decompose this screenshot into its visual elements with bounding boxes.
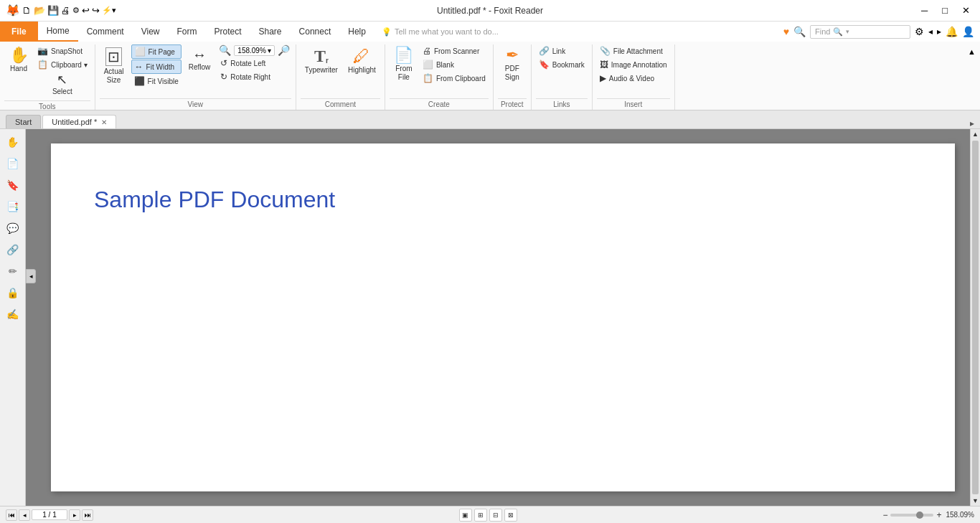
actual-size-button[interactable]: ⊡ ActualSize bbox=[100, 44, 128, 88]
menu-view[interactable]: View bbox=[133, 22, 169, 42]
reflow-button[interactable]: ↔ Reflow bbox=[184, 44, 215, 75]
scroll-up-button[interactable]: ▲ bbox=[971, 129, 980, 139]
zoom-out-button[interactable]: 🔍 bbox=[217, 44, 232, 56]
zoom-minus-button[interactable]: − bbox=[882, 510, 887, 520]
sidebar-links-button[interactable]: 🔗 bbox=[3, 240, 23, 260]
favorites-icon[interactable]: ♥ bbox=[783, 26, 789, 37]
new-icon[interactable]: 🗋 bbox=[22, 5, 32, 16]
blank-button[interactable]: ⬜ Blank bbox=[420, 58, 489, 71]
fit-width-label: Fit Width bbox=[146, 63, 174, 71]
sidebar-edit-button[interactable]: ✏ bbox=[3, 261, 23, 281]
prev-page-button[interactable]: ◂ bbox=[19, 509, 30, 521]
file-menu[interactable]: File bbox=[0, 22, 38, 42]
user-icon[interactable]: 👤 bbox=[962, 26, 974, 37]
file-attachment-button[interactable]: 📎 File Attachment bbox=[597, 44, 670, 57]
continuous-view-button[interactable]: ⊞ bbox=[474, 509, 487, 522]
sidebar-bookmarks-button[interactable]: 🔖 bbox=[3, 175, 23, 195]
sidebar-lock-button[interactable]: 🔒 bbox=[3, 283, 23, 303]
ribbon-collapse[interactable]: ▲ bbox=[963, 44, 980, 110]
from-file-button[interactable]: 📄 FromFile bbox=[390, 44, 418, 85]
bookmark-button[interactable]: 🔖 Bookmark bbox=[536, 58, 588, 71]
sidebar-sign-button[interactable]: ✍ bbox=[3, 304, 23, 324]
single-page-view-button[interactable]: ▣ bbox=[459, 509, 472, 522]
tab-untitled[interactable]: Untitled.pdf * ✕ bbox=[42, 115, 116, 128]
right-scrollbar[interactable]: ▲ ▼ bbox=[970, 129, 980, 506]
audio-video-label: Audio & Video bbox=[609, 75, 654, 83]
sidebar-pages-button[interactable]: 📄 bbox=[3, 154, 23, 174]
tab-scroll-right[interactable]: ▸ bbox=[964, 118, 980, 128]
view-col1: ⬜ Fit Page ↔ Fit Width ⬛ Fit Visible bbox=[131, 44, 182, 88]
pdf-area[interactable]: ▲ ▼ Sample PDF Document bbox=[26, 129, 980, 506]
sidebar-layers-button[interactable]: 📑 bbox=[3, 197, 23, 217]
snapshot-icon: 📷 bbox=[37, 46, 48, 56]
select-button[interactable]: ↖ Select bbox=[34, 72, 90, 98]
search-expand-icon[interactable]: ▾ bbox=[846, 28, 849, 35]
hand-button[interactable]: ✋ Hand bbox=[4, 44, 33, 76]
tell-me-text[interactable]: Tell me what you want to do... bbox=[395, 27, 499, 36]
undo-icon[interactable]: ↩ bbox=[82, 5, 90, 16]
notification-icon[interactable]: 🔔 bbox=[946, 26, 958, 37]
fit-page-button[interactable]: ⬜ Fit Page bbox=[131, 44, 182, 59]
settings-icon[interactable]: ⚙ bbox=[72, 6, 80, 15]
menu-comment[interactable]: Comment bbox=[78, 22, 133, 42]
search-magnify-icon[interactable]: 🔍 bbox=[833, 27, 843, 37]
custom-icon[interactable]: ⚡▾ bbox=[102, 6, 116, 15]
snapshot-button[interactable]: 📷 SnapShot bbox=[34, 44, 90, 57]
close-button[interactable]: ✕ bbox=[958, 4, 974, 17]
zoom-thumb[interactable] bbox=[916, 512, 923, 519]
scroll-down-button[interactable]: ▼ bbox=[971, 496, 980, 506]
page-input[interactable]: 1 / 1 bbox=[32, 509, 67, 520]
ribbon: ✋ Hand 📷 SnapShot 📋 Clipboard ▾ ↖ Select… bbox=[0, 42, 980, 110]
image-annotation-button[interactable]: 🖼 Image Annotation bbox=[597, 58, 670, 71]
fit-width-button[interactable]: ↔ Fit Width bbox=[131, 60, 182, 74]
facing-view-button[interactable]: ⊟ bbox=[489, 509, 502, 522]
next-page-button[interactable]: ▸ bbox=[69, 509, 80, 521]
menu-form[interactable]: Form bbox=[169, 22, 206, 42]
title-bar: 🦊 🗋 📂 💾 🖨 ⚙ ↩ ↪ ⚡▾ Untitled.pdf * - Foxi… bbox=[0, 0, 980, 22]
tab-close-button[interactable]: ✕ bbox=[101, 118, 107, 126]
zoom-plus-button[interactable]: + bbox=[936, 510, 941, 520]
menu-help[interactable]: Help bbox=[339, 22, 374, 42]
zoom-track[interactable] bbox=[890, 514, 933, 517]
menu-connect[interactable]: Connect bbox=[291, 22, 340, 42]
sidebar-hand-button[interactable]: ✋ bbox=[3, 132, 23, 152]
link-button[interactable]: 🔗 Link bbox=[536, 44, 588, 57]
settings-gear-icon[interactable]: ⚙ bbox=[915, 26, 924, 37]
print-icon[interactable]: 🖨 bbox=[61, 5, 70, 16]
rotate-right-button[interactable]: ↻ Rotate Right bbox=[217, 70, 291, 83]
sidebar-comments-button[interactable]: 💬 bbox=[3, 218, 23, 238]
redo-icon[interactable]: ↪ bbox=[92, 5, 100, 16]
audio-video-button[interactable]: ▶ Audio & Video bbox=[597, 72, 670, 85]
view-content: ⊡ ActualSize ⬜ Fit Page ↔ Fit Width ⬛ Fi… bbox=[100, 44, 291, 97]
rotate-left-button[interactable]: ↺ Rotate Left bbox=[217, 57, 291, 70]
zoom-dropdown[interactable]: 158.09% ▾ bbox=[234, 45, 274, 56]
ribbon-group-insert: 📎 File Attachment 🖼 Image Annotation ▶ A… bbox=[593, 44, 675, 110]
forward-nav-icon[interactable]: ▸ bbox=[937, 27, 941, 37]
last-page-button[interactable]: ⏭ bbox=[82, 509, 93, 521]
sidebar-expand-arrow[interactable]: ◂ bbox=[26, 269, 36, 283]
scroll-thumb[interactable] bbox=[972, 141, 979, 494]
continuous-facing-view-button[interactable]: ⊠ bbox=[504, 509, 517, 522]
tab-start[interactable]: Start bbox=[6, 115, 41, 128]
minimize-button[interactable]: ─ bbox=[917, 4, 932, 17]
maximize-button[interactable]: □ bbox=[938, 4, 952, 17]
clipboard-button[interactable]: 📋 Clipboard ▾ bbox=[34, 58, 90, 71]
save-icon[interactable]: 💾 bbox=[47, 5, 59, 16]
zoom-in-button[interactable]: 🔎 bbox=[276, 44, 291, 56]
from-clipboard-icon: 📋 bbox=[423, 73, 433, 83]
tab-start-label: Start bbox=[15, 118, 32, 126]
menu-home[interactable]: Home bbox=[38, 22, 78, 42]
typewriter-button[interactable]: Tr Typewriter bbox=[301, 44, 342, 77]
menu-share[interactable]: Share bbox=[250, 22, 291, 42]
links-col: 🔗 Link 🔖 Bookmark bbox=[536, 44, 588, 71]
open-icon[interactable]: 📂 bbox=[34, 5, 45, 16]
from-clipboard-button[interactable]: 📋 From Clipboard bbox=[420, 72, 489, 85]
highlight-button[interactable]: 🖊 Highlight bbox=[344, 44, 380, 77]
fit-visible-button[interactable]: ⬛ Fit Visible bbox=[131, 75, 182, 88]
menu-protect[interactable]: Protect bbox=[206, 22, 250, 42]
first-page-button[interactable]: ⏮ bbox=[6, 509, 17, 521]
from-scanner-button[interactable]: 🖨 From Scanner bbox=[420, 44, 489, 57]
pdf-sign-button[interactable]: ✒ PDFSign bbox=[498, 44, 527, 85]
back-nav-icon[interactable]: ◂ bbox=[928, 27, 933, 37]
search-toggle-icon[interactable]: 🔍 bbox=[793, 26, 806, 37]
